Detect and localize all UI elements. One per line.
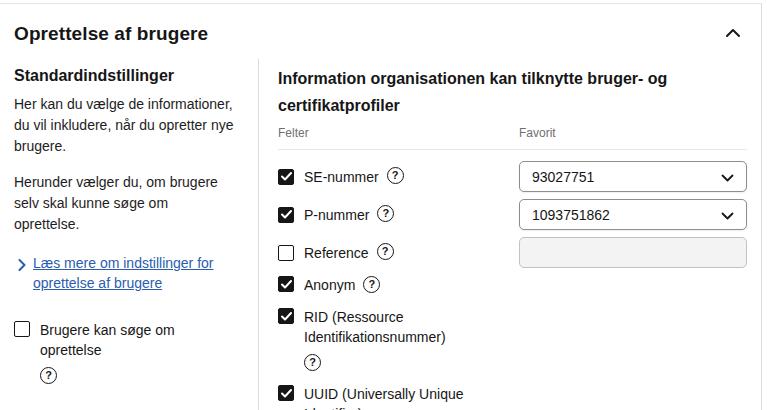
field-label: RID (Ressource Identifikationsnum­mer) — [304, 307, 519, 347]
favorite-select[interactable]: 1093751862 — [519, 199, 747, 230]
help-icon[interactable]: ? — [377, 243, 394, 260]
column-label-favorite: Favorit — [519, 126, 747, 140]
field-label: P-nummer — [304, 205, 369, 225]
left-heading: Standardindstillinger — [14, 67, 236, 85]
field-row: RID (Ressource Identifikationsnum­mer) ? — [278, 307, 747, 371]
read-more-link-label: Læs mere om indstillinger for opret­tels… — [33, 253, 232, 293]
page: Oprettelse af brugere Standardindstillin… — [0, 0, 768, 410]
apply-checkbox-row: Brugere kan søge om oprettelse ? — [14, 320, 236, 384]
help-icon[interactable]: ? — [387, 167, 404, 184]
favorite-select-value: 93027751 — [532, 169, 721, 185]
field-row-left: UUID (Universally Unique Identifier) ? — [278, 384, 519, 410]
collapse-section-button[interactable] — [721, 22, 745, 45]
field-checkbox[interactable] — [278, 207, 294, 223]
column-label-fields: Felter — [278, 126, 519, 140]
favorite-select[interactable]: 93027751 — [519, 161, 747, 192]
fields-heading: Information organisationen kan tilknytte… — [278, 65, 708, 119]
field-checkbox[interactable] — [278, 276, 294, 292]
field-row: Anonym ? — [278, 275, 747, 295]
field-label: UUID (Universally Unique Identifier) — [304, 384, 519, 410]
chevron-right-icon — [18, 256, 26, 293]
field-checkbox[interactable] — [278, 169, 294, 185]
panel-header: Oprettelse af brugere — [0, 4, 761, 59]
field-row-left: Anonym ? — [278, 275, 519, 295]
field-label-wrap: Anonym ? — [304, 275, 380, 295]
favorite-input-disabled — [519, 237, 747, 268]
page-title: Oprettelse af brugere — [14, 23, 208, 45]
table-header: Felter Favorit — [278, 126, 747, 150]
field-row: SE-nummer ? 93027751 — [278, 161, 747, 192]
field-checkbox[interactable] — [278, 245, 294, 261]
content-columns: Standardindstillinger Her kan du vælge d… — [0, 59, 761, 410]
apply-checkbox[interactable] — [14, 321, 30, 337]
help-icon[interactable]: ? — [40, 367, 57, 384]
field-row-left: SE-nummer ? — [278, 161, 519, 192]
field-row: Reference ? — [278, 237, 747, 268]
chevron-down-icon — [721, 206, 734, 224]
field-row: UUID (Universally Unique Identifier) ? — [278, 384, 747, 410]
apply-checkbox-label: Brugere kan søge om oprettelse — [40, 320, 236, 360]
field-checkbox[interactable] — [278, 385, 294, 401]
field-label: SE-nummer — [304, 167, 379, 187]
apply-checkbox-label-wrap: Brugere kan søge om oprettelse ? — [40, 320, 236, 384]
chevron-down-icon — [721, 168, 734, 186]
favorite-select-value: 1093751862 — [532, 207, 721, 223]
field-row-left: RID (Ressource Identifikationsnum­mer) ? — [278, 307, 519, 371]
field-label: Reference — [304, 243, 369, 263]
help-icon[interactable]: ? — [304, 354, 321, 371]
field-label-wrap: RID (Ressource Identifikationsnum­mer) ? — [304, 307, 519, 371]
field-row-left: Reference ? — [278, 237, 519, 268]
field-label-wrap: P-nummer ? — [304, 205, 394, 225]
help-icon[interactable]: ? — [377, 205, 394, 222]
fields-column: Information organisationen kan tilknytte… — [259, 59, 763, 410]
field-label-wrap: Reference ? — [304, 243, 394, 263]
standard-settings-column: Standardindstillinger Her kan du vælge d… — [14, 59, 259, 410]
user-creation-panel: Oprettelse af brugere Standardindstillin… — [0, 3, 762, 410]
intro-paragraph: Her kan du vælge de informationer, du vi… — [14, 94, 236, 157]
field-label: Anonym — [304, 275, 355, 295]
field-label-wrap: UUID (Universally Unique Identifier) ? — [304, 384, 519, 410]
secondary-paragraph: Herunder vælger du, om brugere selv skal… — [14, 172, 236, 235]
field-row-left: P-nummer ? — [278, 199, 519, 230]
field-label-wrap: SE-nummer ? — [304, 167, 404, 187]
field-row: P-nummer ? 1093751862 — [278, 199, 747, 230]
field-checkbox[interactable] — [278, 308, 294, 324]
chevron-up-icon — [725, 26, 741, 41]
field-rows: SE-nummer ? 93027751 P-nummer ? 10937518… — [278, 150, 747, 410]
read-more-link[interactable]: Læs mere om indstillinger for opret­tels… — [18, 253, 232, 293]
help-icon[interactable]: ? — [363, 276, 380, 293]
